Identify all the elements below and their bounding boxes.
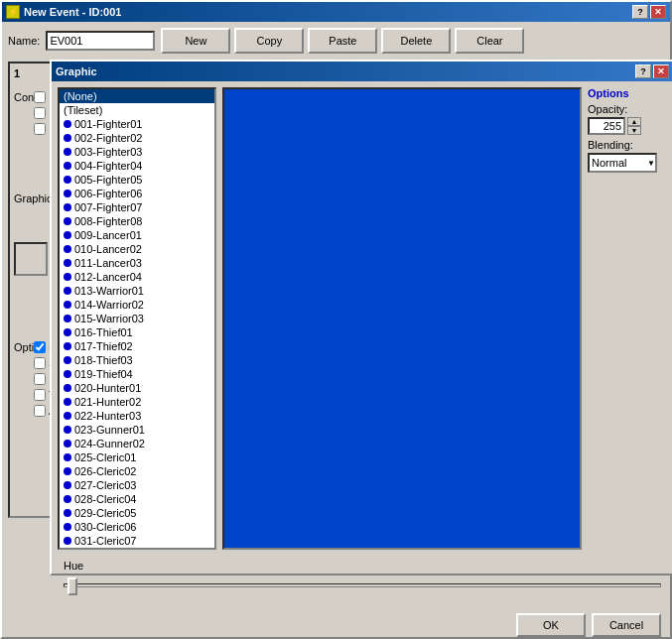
list-item-label: 029-Cleric05 bbox=[74, 507, 136, 519]
list-item-label: 005-Fighter05 bbox=[74, 174, 143, 186]
list-item[interactable]: 006-Fighter06 bbox=[60, 187, 214, 200]
check3[interactable] bbox=[34, 123, 46, 135]
list-item-dot bbox=[64, 509, 71, 517]
opacity-input[interactable] bbox=[588, 117, 625, 135]
opti-check5[interactable] bbox=[34, 405, 46, 417]
list-item[interactable]: 023-Gunner01 bbox=[60, 423, 214, 437]
list-item-label: 031-Cleric07 bbox=[74, 535, 136, 547]
list-item-dot bbox=[64, 342, 71, 350]
opacity-label: Opacity: bbox=[588, 103, 667, 115]
list-item-label: (Tileset) bbox=[64, 104, 102, 116]
list-item[interactable]: 021-Hunter02 bbox=[60, 395, 214, 409]
list-item[interactable]: 007-Fighter07 bbox=[60, 200, 214, 214]
list-item-label: 016-Thief01 bbox=[74, 326, 133, 338]
list-item[interactable]: 004-Fighter04 bbox=[60, 159, 214, 173]
list-item[interactable]: 012-Lancer04 bbox=[60, 270, 214, 284]
spin-down-button[interactable]: ▼ bbox=[627, 126, 641, 135]
list-item[interactable]: 019-Thief04 bbox=[60, 367, 214, 381]
list-item-label: 022-Hunter03 bbox=[74, 410, 141, 422]
list-item[interactable]: 018-Thief03 bbox=[60, 353, 214, 367]
list-item-label: 023-Gunner01 bbox=[74, 424, 145, 436]
list-item[interactable]: 008-Fighter08 bbox=[60, 214, 214, 228]
list-item[interactable]: (None) bbox=[60, 89, 214, 103]
list-item[interactable]: 017-Thief02 bbox=[60, 339, 214, 353]
list-item[interactable]: 010-Lancer02 bbox=[60, 242, 214, 256]
list-item[interactable]: 013-Warrior01 bbox=[60, 284, 214, 298]
list-item[interactable]: 002-Fighter02 bbox=[60, 131, 214, 145]
graphic-help-button[interactable]: ? bbox=[635, 64, 651, 78]
list-item-label: 007-Fighter07 bbox=[74, 201, 143, 213]
graphic-titlebar: Graphic ? ✕ bbox=[52, 62, 672, 81]
list-item-label: (None) bbox=[64, 90, 97, 102]
hue-thumb[interactable] bbox=[67, 577, 77, 595]
window-icon: ⚡ bbox=[6, 5, 20, 19]
list-item[interactable]: 029-Cleric05 bbox=[60, 506, 214, 520]
graphic-main-row: (None)(Tileset)001-Fighter01002-Fighter0… bbox=[58, 87, 667, 550]
blending-select[interactable]: NormalAddSubtractMultiplyScreen bbox=[588, 153, 657, 173]
list-item-dot bbox=[64, 315, 71, 322]
help-button[interactable]: ? bbox=[632, 5, 648, 19]
list-item-label: 026-Cleric02 bbox=[74, 465, 136, 477]
dialog-cancel-button[interactable]: Cancel bbox=[592, 613, 661, 637]
list-item-label: 008-Fighter08 bbox=[74, 215, 143, 227]
list-item-label: 013-Warrior01 bbox=[74, 285, 144, 297]
list-item-dot bbox=[64, 495, 71, 503]
list-item-dot bbox=[64, 259, 71, 267]
list-item-dot bbox=[64, 245, 71, 253]
list-item-label: 020-Hunter01 bbox=[74, 382, 141, 394]
list-item[interactable]: 022-Hunter03 bbox=[60, 409, 214, 423]
list-item-dot bbox=[64, 467, 71, 475]
paste-button[interactable]: Paste bbox=[308, 28, 377, 54]
graphic-dialog-content: (None)(Tileset)001-Fighter01002-Fighter0… bbox=[52, 81, 672, 574]
spin-up-button[interactable]: ▲ bbox=[627, 117, 641, 126]
list-item-dot bbox=[64, 231, 71, 239]
opti-label: Opti bbox=[14, 341, 34, 353]
clear-button[interactable]: Clear bbox=[455, 28, 524, 54]
close-button[interactable]: ✕ bbox=[650, 5, 666, 19]
list-item-label: 006-Fighter06 bbox=[74, 188, 143, 199]
opti-check4[interactable] bbox=[34, 389, 46, 401]
list-item[interactable]: 001-Fighter01 bbox=[60, 117, 214, 131]
name-input[interactable] bbox=[46, 31, 155, 51]
graphic-options-panel: Options Opacity: ▲ ▼ Blending: NormalAdd… bbox=[588, 87, 667, 550]
list-item[interactable]: 020-Hunter01 bbox=[60, 381, 214, 395]
list-item[interactable]: 024-Gunner02 bbox=[60, 437, 214, 450]
opti-check2[interactable] bbox=[34, 357, 46, 369]
delete-button[interactable]: Delete bbox=[381, 28, 451, 54]
titlebar-left: ⚡ New Event - ID:001 bbox=[6, 5, 121, 19]
list-item[interactable]: 028-Cleric04 bbox=[60, 492, 214, 506]
graphic-list[interactable]: (None)(Tileset)001-Fighter01002-Fighter0… bbox=[60, 89, 214, 548]
check-row-2 bbox=[34, 107, 49, 119]
list-item[interactable]: 011-Lancer03 bbox=[60, 256, 214, 270]
list-item[interactable]: 009-Lancer01 bbox=[60, 228, 214, 242]
copy-button[interactable]: Copy bbox=[234, 28, 304, 54]
toolbar: New Copy Paste Delete Clear bbox=[161, 28, 524, 54]
list-item-dot bbox=[64, 301, 71, 309]
opti-check3[interactable] bbox=[34, 373, 46, 385]
list-item-label: 018-Thief03 bbox=[74, 354, 133, 366]
list-item[interactable]: 015-Warrior03 bbox=[60, 312, 214, 325]
graphic-titlebar-buttons: ? ✕ bbox=[635, 64, 669, 78]
list-item[interactable]: 026-Cleric02 bbox=[60, 464, 214, 478]
list-item[interactable]: 027-Cleric03 bbox=[60, 478, 214, 492]
options-title: Options bbox=[588, 87, 667, 99]
list-item[interactable]: 025-Cleric01 bbox=[60, 450, 214, 464]
opti-check1[interactable] bbox=[34, 341, 46, 353]
list-item[interactable]: 005-Fighter05 bbox=[60, 173, 214, 187]
dialog-ok-button[interactable]: OK bbox=[516, 613, 586, 637]
check2[interactable] bbox=[34, 107, 46, 119]
list-item[interactable]: 014-Warrior02 bbox=[60, 298, 214, 312]
check1[interactable] bbox=[34, 91, 46, 103]
list-item[interactable]: 031-Cleric07 bbox=[60, 534, 214, 548]
check-row-3 bbox=[34, 123, 49, 135]
list-item-label: 009-Lancer01 bbox=[74, 229, 142, 241]
new-button[interactable]: New bbox=[161, 28, 230, 54]
list-item[interactable]: (Tileset) bbox=[60, 103, 214, 117]
list-item[interactable]: 003-Fighter03 bbox=[60, 145, 214, 159]
graphic-close-button[interactable]: ✕ bbox=[653, 64, 669, 78]
list-item[interactable]: 030-Cleric06 bbox=[60, 520, 214, 534]
list-item-dot bbox=[64, 440, 71, 447]
list-item[interactable]: 016-Thief01 bbox=[60, 325, 214, 339]
hue-label: Hue bbox=[64, 560, 661, 572]
list-item-dot bbox=[64, 426, 71, 434]
